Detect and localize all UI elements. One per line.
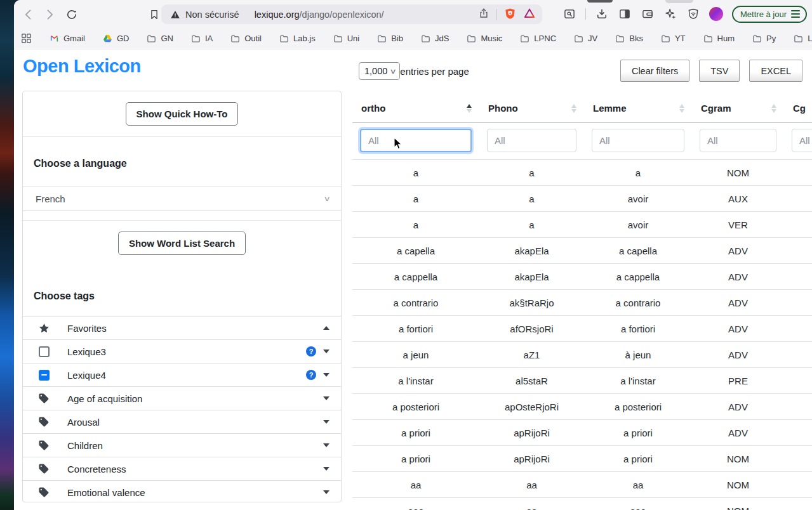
search-in-page-icon[interactable] [562, 7, 576, 21]
bookmark-item[interactable]: Gmail [49, 34, 85, 43]
folder-icon [519, 34, 530, 44]
table-cell: a fortiori [584, 316, 692, 341]
table-row: aaaNOMN [352, 159, 812, 185]
table-cell: a l'instar [352, 368, 479, 393]
table-row: aaaaaaaaNOM [352, 497, 812, 510]
excel-export-button[interactable]: EXCEL [749, 60, 802, 82]
clear-filters-button[interactable]: Clear filters [620, 60, 689, 82]
expand-arrow-icon[interactable] [323, 490, 329, 494]
filter-input-lemme[interactable] [592, 129, 684, 152]
tag-row-children[interactable]: Children [23, 433, 341, 457]
show-wordlist-search-button[interactable]: Show Word List Search [118, 232, 246, 255]
page-title: Open Lexicon [23, 56, 141, 77]
vpn-shield-icon[interactable] [686, 7, 700, 21]
filter-input-cg[interactable] [792, 129, 812, 152]
brave-rewards-triangle-icon[interactable] [523, 8, 536, 21]
bookmark-item[interactable]: Music [466, 34, 502, 44]
column-header-lemme[interactable]: Lemme [584, 94, 692, 122]
filter-input-cgram[interactable] [700, 129, 776, 152]
tag-label: Arousal [67, 417, 100, 428]
table-cell: ADV [692, 316, 784, 341]
tag-row-lexique3[interactable]: Lexique3? [23, 339, 341, 363]
filter-input-phono[interactable] [487, 129, 576, 152]
table-row: a fortioriafORsjoRia fortioriADV [352, 315, 812, 341]
forward-icon[interactable] [43, 8, 57, 22]
brave-shield-icon[interactable] [504, 7, 516, 22]
desktop-wallpaper [0, 0, 14, 510]
expand-arrow-icon[interactable] [323, 467, 329, 471]
apps-grid-icon[interactable] [20, 32, 32, 44]
bookmark-item[interactable]: JV [573, 34, 597, 44]
address-bar[interactable]: Non sécurisé lexique.org/django/openlexi… [161, 4, 542, 24]
bookmark-item[interactable]: GN [146, 34, 173, 44]
tsv-export-button[interactable]: TSV [699, 60, 740, 82]
table-cell: a [479, 186, 584, 211]
checkbox-empty-icon[interactable] [37, 346, 50, 357]
show-quick-howto-button[interactable]: Show Quick How-To [126, 102, 239, 126]
tag-row-concreteness[interactable]: Concreteness [23, 457, 341, 480]
column-header-cg[interactable]: Cg [784, 94, 812, 122]
help-icon[interactable]: ? [306, 370, 316, 380]
bookmark-item[interactable]: JdS [420, 34, 449, 44]
bookmark-item[interactable]: Outil [230, 34, 262, 44]
column-header-phono[interactable]: Phono [479, 94, 584, 122]
bookmark-flag-icon[interactable] [147, 8, 161, 22]
bookmark-item[interactable]: GD [102, 34, 130, 44]
table-cell [784, 368, 812, 393]
collapse-arrow-icon[interactable] [323, 326, 329, 330]
profile-avatar[interactable] [709, 7, 723, 21]
tag-row-emotional-valence[interactable]: Emotional valence [23, 480, 341, 504]
bookmark-item[interactable]: Lg [793, 34, 812, 44]
expand-arrow-icon[interactable] [323, 373, 329, 377]
back-icon[interactable] [22, 8, 36, 22]
folder-icon [703, 34, 714, 44]
expand-arrow-icon[interactable] [323, 350, 329, 353]
tag-row-arousal[interactable]: Arousal [23, 410, 341, 433]
table-cell: aa [352, 472, 479, 497]
bookmark-item[interactable]: Bib [376, 34, 403, 44]
bookmark-item[interactable]: Hum [703, 34, 735, 44]
table-cell: ADV [692, 342, 784, 367]
wallet-icon[interactable] [641, 7, 655, 21]
bookmarks-bar: GmailGDGNIAOutilLab.jsUniBibJdSMusicLPNC… [14, 28, 812, 49]
filter-input-ortho[interactable] [360, 129, 472, 152]
checkbox-unchecked[interactable] [39, 346, 50, 357]
table-cell: a posteriori [584, 394, 692, 419]
bookmark-item[interactable]: Lab.js [279, 34, 316, 44]
update-browser-button[interactable]: Mettre à jour [732, 6, 807, 23]
expand-arrow-icon[interactable] [323, 396, 329, 400]
leo-ai-sparkle-icon[interactable] [663, 7, 677, 21]
downloads-icon[interactable] [595, 7, 609, 21]
table-cell: a [352, 186, 479, 211]
bookmark-item[interactable]: Uni [333, 34, 360, 44]
tag-row-controls [323, 396, 329, 400]
language-select[interactable]: French ∨ [23, 186, 341, 211]
expand-arrow-icon[interactable] [323, 443, 329, 447]
bookmark-item[interactable]: YT [660, 34, 686, 44]
expand-arrow-icon[interactable] [323, 420, 329, 424]
reload-icon[interactable] [65, 8, 79, 22]
share-icon[interactable] [478, 8, 489, 21]
tag-row-lexique4[interactable]: Lexique4? [23, 363, 341, 386]
column-header-ortho[interactable]: ortho [352, 94, 479, 122]
tag-row-favorites[interactable]: Favorites [23, 316, 341, 339]
folder-icon [615, 34, 625, 44]
language-selected-value: French [36, 193, 65, 204]
sidebar-toggle-icon[interactable] [618, 7, 632, 21]
bookmark-item[interactable]: Bks [615, 34, 643, 44]
table-cell [784, 342, 812, 367]
entries-per-page-select[interactable]: 1,000 ∨ [359, 62, 400, 80]
checkbox-indeterminate[interactable] [39, 370, 50, 381]
bookmark-item[interactable]: IA [190, 34, 213, 44]
tag-row-age-of-acquisition[interactable]: Age of acquisition [23, 386, 341, 410]
checkbox-indeterminate-icon[interactable] [37, 370, 50, 381]
table-cell: ADV [692, 290, 784, 315]
help-icon[interactable]: ? [306, 346, 316, 356]
table-cell: apOsteRjoRi [479, 394, 584, 419]
table-cell: VER [692, 212, 784, 237]
bookmark-item[interactable]: LPNC [519, 34, 556, 44]
column-header-cgram[interactable]: Cgram [692, 94, 784, 122]
bookmark-item[interactable]: Py [752, 34, 776, 44]
table-cell [784, 420, 812, 445]
table-cell [784, 472, 812, 497]
